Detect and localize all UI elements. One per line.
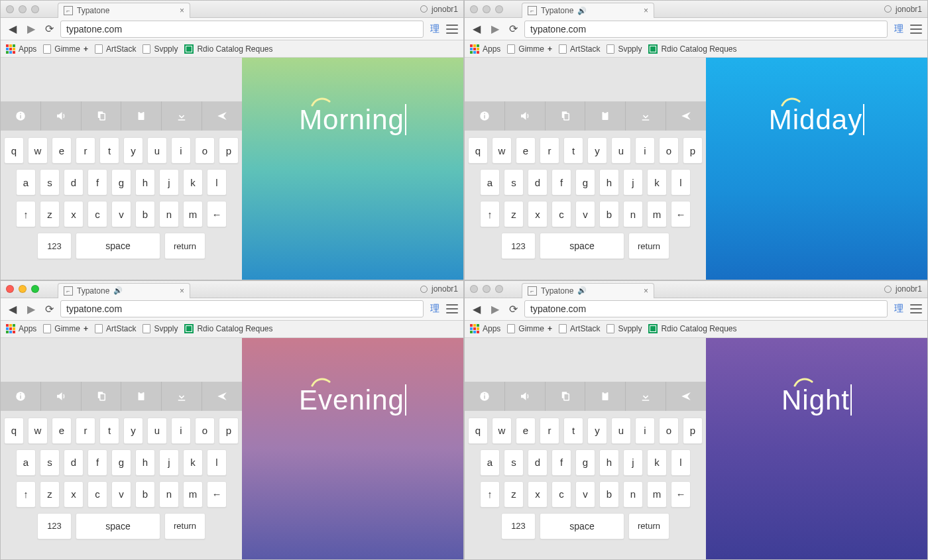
download-button[interactable]: [626, 382, 666, 411]
key-z[interactable]: z: [40, 201, 60, 227]
key-f[interactable]: f: [87, 169, 107, 196]
key-numbers[interactable]: 123: [501, 233, 536, 259]
bookmark-artstack[interactable]: ArtStack: [559, 324, 600, 333]
bookmark-rdio[interactable]: Rdio Catalog Reques: [184, 324, 272, 333]
key-g[interactable]: g: [575, 449, 595, 476]
canvas[interactable]: Midday: [706, 58, 927, 280]
profile-button[interactable]: jonobr1: [420, 5, 458, 14]
close-tab-button[interactable]: ×: [644, 6, 648, 15]
key-l[interactable]: l: [671, 169, 691, 196]
key-j[interactable]: j: [623, 449, 643, 476]
send-button[interactable]: [202, 101, 242, 131]
profile-button[interactable]: jonobr1: [884, 5, 922, 14]
key-z[interactable]: z: [504, 201, 524, 227]
key-space[interactable]: space: [540, 233, 624, 259]
bookmark-apps[interactable]: Apps: [6, 324, 36, 333]
key-g[interactable]: g: [575, 169, 595, 196]
key-u[interactable]: u: [611, 418, 631, 444]
key-a[interactable]: a: [480, 169, 500, 196]
download-button[interactable]: [162, 382, 202, 411]
key-f[interactable]: f: [551, 449, 571, 476]
key-h[interactable]: h: [135, 169, 155, 196]
forward-button[interactable]: ▶: [25, 23, 38, 36]
address-bar[interactable]: typatone.com: [524, 300, 888, 317]
key-v[interactable]: v: [111, 481, 131, 508]
tab-audio-icon[interactable]: 🔊: [577, 7, 587, 15]
key-l[interactable]: l: [671, 449, 691, 476]
copy-button[interactable]: [546, 382, 586, 411]
key-p[interactable]: p: [683, 418, 703, 444]
key-shift[interactable]: ↑: [480, 201, 500, 227]
key-r[interactable]: r: [540, 418, 559, 444]
back-button[interactable]: ◀: [6, 23, 19, 36]
key-e[interactable]: e: [516, 418, 536, 444]
tab-audio-icon[interactable]: 🔊: [113, 286, 123, 295]
clipboard-button[interactable]: [121, 382, 162, 411]
copy-button[interactable]: [82, 101, 122, 131]
key-s[interactable]: s: [504, 169, 524, 196]
translate-icon[interactable]: 理: [893, 23, 905, 35]
key-numbers[interactable]: 123: [37, 233, 72, 259]
bookmark-gimme[interactable]: Gimme+: [43, 324, 88, 333]
reload-button[interactable]: ⟳: [43, 23, 55, 35]
back-button[interactable]: ◀: [470, 302, 483, 315]
key-space[interactable]: space: [76, 233, 160, 259]
maximize-window-button[interactable]: [31, 5, 39, 13]
translate-icon[interactable]: 理: [429, 23, 441, 35]
key-backspace[interactable]: ←: [207, 481, 227, 508]
key-i[interactable]: i: [635, 418, 655, 444]
key-y[interactable]: y: [587, 137, 607, 164]
key-a[interactable]: a: [480, 449, 500, 476]
minimize-window-button[interactable]: [19, 5, 27, 13]
key-w[interactable]: w: [28, 137, 48, 164]
key-k[interactable]: k: [183, 169, 203, 196]
key-l[interactable]: l: [207, 169, 227, 196]
bookmark-apps[interactable]: Apps: [470, 324, 500, 333]
key-d[interactable]: d: [64, 449, 84, 476]
key-backspace[interactable]: ←: [207, 201, 227, 227]
key-u[interactable]: u: [147, 137, 167, 164]
maximize-window-button[interactable]: [495, 5, 503, 13]
key-s[interactable]: s: [504, 449, 524, 476]
key-o[interactable]: o: [195, 418, 215, 444]
key-numbers[interactable]: 123: [37, 513, 72, 539]
key-q[interactable]: q: [4, 418, 24, 444]
key-o[interactable]: o: [659, 137, 679, 164]
back-button[interactable]: ◀: [6, 302, 19, 315]
translate-icon[interactable]: 理: [893, 303, 905, 315]
key-d[interactable]: d: [528, 449, 548, 476]
key-n[interactable]: n: [623, 201, 643, 227]
copy-button[interactable]: [546, 101, 586, 131]
key-f[interactable]: f: [87, 449, 107, 476]
key-return[interactable]: return: [164, 233, 205, 259]
key-c[interactable]: c: [551, 201, 571, 227]
key-c[interactable]: c: [87, 201, 107, 227]
close-tab-button[interactable]: ×: [644, 286, 648, 296]
key-i[interactable]: i: [171, 137, 191, 164]
sound-button[interactable]: [505, 382, 546, 411]
sound-button[interactable]: [41, 101, 82, 131]
bookmark-apps[interactable]: Apps: [6, 44, 36, 54]
clipboard-button[interactable]: [585, 382, 626, 411]
download-button[interactable]: [626, 101, 666, 131]
key-x[interactable]: x: [528, 481, 548, 508]
clipboard-button[interactable]: [585, 101, 626, 131]
menu-button[interactable]: [910, 25, 922, 34]
key-q[interactable]: q: [468, 418, 488, 444]
key-shift[interactable]: ↑: [16, 201, 36, 227]
key-y[interactable]: y: [123, 418, 143, 444]
reload-button[interactable]: ⟳: [507, 23, 519, 35]
send-button[interactable]: [666, 101, 706, 131]
key-c[interactable]: c: [87, 481, 107, 508]
key-d[interactable]: d: [528, 169, 548, 196]
bookmark-artstack[interactable]: ArtStack: [95, 44, 136, 54]
key-backspace[interactable]: ←: [671, 201, 691, 227]
key-w[interactable]: w: [492, 137, 512, 164]
bookmark-svpply[interactable]: Svpply: [143, 324, 178, 333]
send-button[interactable]: [202, 382, 242, 411]
bookmark-svpply[interactable]: Svpply: [607, 324, 642, 333]
key-y[interactable]: y: [123, 137, 143, 164]
forward-button[interactable]: ▶: [489, 23, 502, 36]
profile-button[interactable]: jonobr1: [420, 284, 458, 294]
send-button[interactable]: [666, 382, 706, 411]
